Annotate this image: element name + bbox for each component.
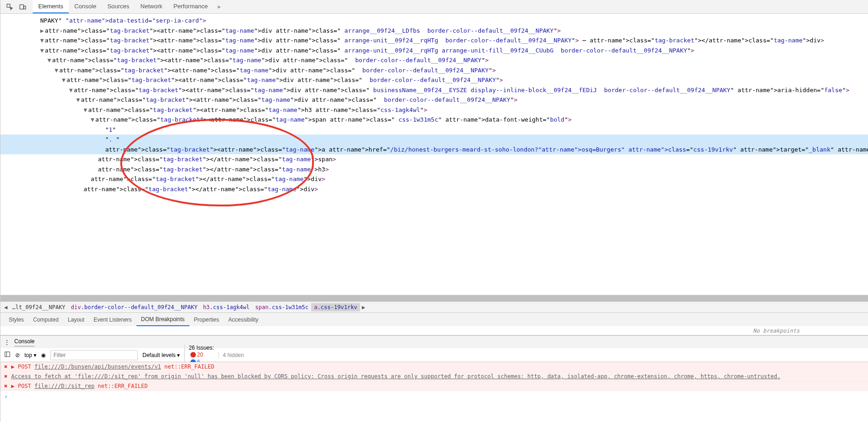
- svg-rect-13: [5, 352, 10, 357]
- error-icon: ✖: [4, 363, 7, 370]
- levels-selector[interactable]: Default levels ▾: [142, 352, 180, 358]
- devtools: ElementsConsoleSourcesNetworkPerformance…: [0, 0, 868, 422]
- inspect-element-icon[interactable]: [3, 0, 16, 13]
- breakpoints-panel: No breakpoints: [0, 326, 868, 335]
- devtools-tab-elements[interactable]: Elements: [33, 0, 69, 13]
- more-tabs-icon[interactable]: »: [213, 3, 224, 10]
- subtab-layout[interactable]: Layout: [63, 314, 89, 326]
- dom-tree-line[interactable]: ▼attr-name">class="tag-bracket"><attr-na…: [0, 115, 868, 125]
- breadcrumb-item[interactable]: …lt_09f24__NPAKY: [9, 303, 68, 311]
- styles-subtabs: StylesComputedLayoutEvent ListenersDOM B…: [0, 312, 868, 326]
- devtools-tab-console[interactable]: Console: [69, 0, 102, 13]
- dom-tree-line[interactable]: attr-name">class="tag-bracket"></attr-na…: [0, 164, 868, 175]
- console-output[interactable]: ✖ ▶ POST file:///D:/bunsen/api/bunsen/ev…: [0, 362, 868, 422]
- dom-tree-line[interactable]: ▼attr-name">class="tag-bracket"><attr-na…: [0, 35, 868, 46]
- dom-tree-line[interactable]: "1": [0, 125, 868, 135]
- dom-tree-line[interactable]: ▼attr-name">class="tag-bracket"><attr-na…: [0, 95, 868, 105]
- dom-tree-line[interactable]: ▶attr-name">class="tag-bracket"><attr-na…: [0, 26, 868, 36]
- breadcrumb-item[interactable]: div.border-color--default_09f24__NPAKY: [68, 303, 201, 311]
- dom-tree-line[interactable]: NPAKY" "attr-name">data-testid="serp-ia-…: [0, 16, 868, 26]
- console-message[interactable]: ✖ ▶ POST file:///D:/sit_rep net::ERR_FAI…: [0, 381, 868, 391]
- breadcrumb-item[interactable]: span.css-1w31m5c: [253, 303, 312, 311]
- hidden-count: 4 hidden: [218, 352, 244, 358]
- subtab-properties[interactable]: Properties: [189, 314, 224, 326]
- sidebar-toggle-icon[interactable]: [4, 351, 11, 359]
- console-tab[interactable]: Console: [14, 338, 35, 346]
- dom-tree-line[interactable]: ▼attr-name">class="tag-bracket"><attr-na…: [0, 55, 868, 65]
- subtab-event-listeners[interactable]: Event Listeners: [89, 314, 136, 326]
- console-drawer-header: ⋮ Console ✕: [0, 335, 868, 348]
- dom-tree-line[interactable]: attr-name">class="tag-bracket"></attr-na…: [0, 154, 868, 164]
- console-message[interactable]: ✖ Access to fetch at 'file:///D:/sit_rep…: [0, 372, 868, 381]
- error-icon: ✖: [4, 383, 7, 389]
- breadcrumb-trail: ◀ …lt_09f24__NPAKYdiv.border-color--defa…: [0, 301, 868, 312]
- device-toolbar-icon[interactable]: [16, 0, 29, 13]
- subtab-dom-breakpoints[interactable]: DOM Breakpoints: [136, 313, 189, 326]
- devtools-tab-network[interactable]: Network: [135, 0, 168, 13]
- subtab-styles[interactable]: Styles: [4, 314, 29, 326]
- dom-tree-line[interactable]: attr-name">class="tag-bracket"></attr-na…: [0, 174, 868, 184]
- console-prompt[interactable]: ›: [0, 391, 868, 402]
- subtab-accessibility[interactable]: Accessibility: [224, 314, 263, 326]
- horizontal-scrollbar[interactable]: [0, 295, 868, 301]
- live-expression-icon[interactable]: ◉: [41, 352, 46, 358]
- error-icon: ✖: [4, 373, 7, 380]
- breadcrumb-item[interactable]: h3.css-1agk4wl: [200, 303, 252, 311]
- dom-tree-line[interactable]: ▼attr-name">class="tag-bracket"><attr-na…: [0, 85, 868, 95]
- devtools-tab-performance[interactable]: Performance: [168, 0, 213, 13]
- console-menu-icon[interactable]: ⋮: [4, 339, 10, 346]
- breadcrumb-item[interactable]: a.css-19v1rkv: [311, 303, 360, 311]
- subtab-computed[interactable]: Computed: [29, 314, 63, 326]
- dom-tree-line[interactable]: ▼attr-name">class="tag-bracket"><attr-na…: [0, 75, 868, 85]
- crumbs-scroll-left[interactable]: ◀: [4, 304, 9, 311]
- dom-tree-line[interactable]: ". ": [0, 135, 868, 145]
- context-selector[interactable]: top ▾: [24, 352, 36, 358]
- console-message[interactable]: ✖ ▶ POST file:///D:/bunsen/api/bunsen/ev…: [0, 362, 868, 372]
- console-filter-input[interactable]: [50, 350, 138, 360]
- crumbs-scroll-right[interactable]: ▶: [360, 304, 365, 311]
- dom-tree-line[interactable]: ▼attr-name">class="tag-bracket"><attr-na…: [0, 65, 868, 76]
- devtools-tabs: ElementsConsoleSourcesNetworkPerformance: [33, 0, 213, 13]
- devtools-tab-sources[interactable]: Sources: [102, 0, 135, 13]
- dom-tree-line[interactable]: attr-name">class="tag-bracket"></attr-na…: [0, 184, 868, 194]
- elements-panel[interactable]: NPAKY" "attr-name">data-testid="serp-ia-…: [0, 14, 868, 295]
- svg-rect-11: [20, 5, 24, 9]
- dom-tree-line[interactable]: attr-name">class="tag-bracket"><attr-nam…: [0, 145, 868, 155]
- dom-tree-line[interactable]: ▼attr-name">class="tag-bracket"><attr-na…: [0, 46, 868, 56]
- svg-rect-12: [24, 6, 26, 9]
- console-toolbar: ⊘ top ▾ ◉ Default levels ▾ 26 Issues: 20…: [0, 348, 868, 362]
- dom-tree-line[interactable]: ▼attr-name">class="tag-bracket"><attr-na…: [0, 105, 868, 115]
- clear-console-icon[interactable]: ⊘: [15, 352, 20, 358]
- devtools-toolbar: ElementsConsoleSourcesNetworkPerformance…: [0, 0, 868, 14]
